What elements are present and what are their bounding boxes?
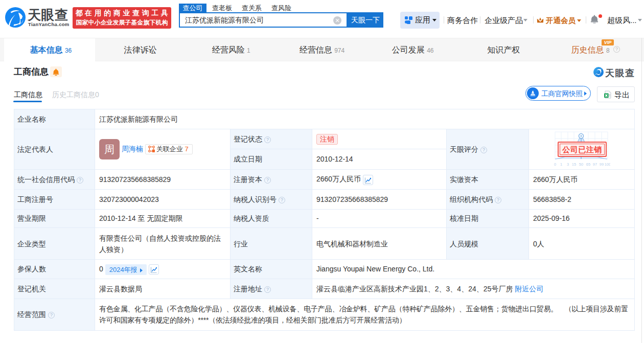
- svg-text:99: 99: [600, 162, 604, 166]
- svg-text:50: 50: [579, 162, 583, 166]
- svg-text:15: 15: [572, 162, 576, 166]
- svg-text:1: 1: [560, 162, 562, 166]
- svg-text:65: 65: [586, 162, 590, 166]
- svg-text:3: 3: [567, 162, 569, 166]
- svg-text:0: 0: [554, 162, 556, 166]
- svg-text:100: 100: [605, 162, 610, 166]
- svg-text:97: 97: [593, 162, 597, 166]
